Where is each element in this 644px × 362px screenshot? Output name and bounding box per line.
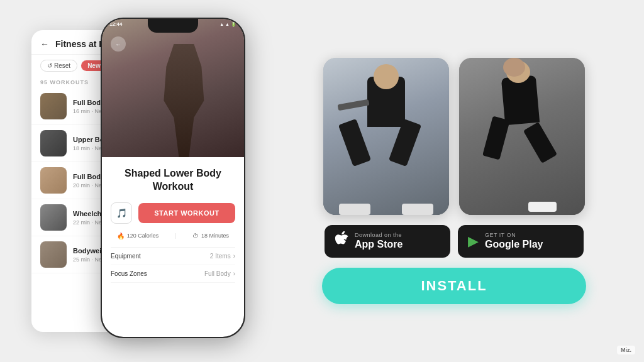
google-play-button[interactable]: ▶ GET IT ON Google Play: [458, 225, 584, 258]
clock-icon: ⏱: [192, 233, 199, 239]
phone-screen: 12:44 ▲ ▲ 🔋 ← Shaped Lower Body Workout …: [102, 19, 244, 337]
workout-thumb: [40, 204, 67, 231]
workout-stats: 🔥 120 Calories | ⏱ 18 Minutes: [111, 233, 235, 239]
reset-icon: ↺: [47, 62, 52, 69]
main-container: ← Fitness at Home ↺ Reset Newbie M 95 WO…: [0, 0, 644, 362]
install-button[interactable]: INSTALL: [322, 268, 586, 304]
time-stat: ⏱ 18 Minutes: [192, 233, 229, 239]
back-button[interactable]: ←: [111, 36, 126, 52]
status-icons: ▲ ▲ 🔋: [219, 21, 236, 27]
fitness-photo-1: [323, 58, 449, 215]
workout-thumb: [40, 167, 67, 194]
workout-thumb: [40, 241, 67, 268]
google-play-text: GET IT ON Google Play: [485, 232, 543, 250]
reset-filter[interactable]: ↺ Reset: [40, 60, 77, 72]
phone-section: ← Fitness at Home ↺ Reset Newbie M 95 WO…: [31, 11, 270, 351]
focus-zones-row[interactable]: Focus Zones Full Body ›: [111, 265, 235, 283]
music-button[interactable]: 🎵: [111, 202, 132, 224]
minutes-value: 18 Minutes: [201, 233, 229, 239]
equipment-label: Equipment: [111, 253, 141, 260]
equipment-row[interactable]: Equipment 2 Items ›: [111, 248, 235, 265]
reset-label: Reset: [54, 62, 70, 69]
right-section: Download on the App Store ▶ GET IT ON Go…: [296, 58, 613, 304]
phone-mockup: 12:44 ▲ ▲ 🔋 ← Shaped Lower Body Workout …: [101, 18, 245, 338]
app-store-subtitle: Download on the: [355, 232, 402, 238]
google-play-subtitle: GET IT ON: [485, 232, 543, 238]
start-workout-button[interactable]: START WORKOUT: [138, 203, 235, 223]
apple-icon: [335, 231, 348, 251]
app-store-name: App Store: [355, 238, 402, 250]
fire-icon: 🔥: [117, 233, 125, 239]
calories-value: 120 Calories: [127, 233, 159, 239]
phone-detail-panel: Shaped Lower Body Workout 🎵 START WORKOU…: [102, 157, 244, 289]
phone-status-bar: 12:44 ▲ ▲ 🔋: [102, 21, 244, 27]
store-buttons: Download on the App Store ▶ GET IT ON Go…: [325, 225, 584, 258]
equipment-value: 2 Items ›: [210, 253, 235, 260]
focus-value: Full Body ›: [204, 270, 235, 277]
photos-row: [323, 58, 585, 215]
workout-detail-title: Shaped Lower Body Workout: [111, 167, 235, 194]
workout-details: Equipment 2 Items › Focus Zones Full Bod…: [111, 247, 235, 283]
back-arrow-icon[interactable]: ←: [40, 39, 49, 49]
workout-thumb: [40, 93, 67, 119]
focus-label: Focus Zones: [111, 270, 147, 277]
google-play-name: Google Play: [485, 238, 543, 250]
workout-controls: 🎵 START WORKOUT: [111, 202, 235, 224]
workout-thumb: [40, 130, 67, 156]
app-store-text: Download on the App Store: [355, 232, 402, 250]
fitness-photo-2: [459, 58, 585, 215]
workout-hero-image: ←: [102, 19, 244, 157]
app-store-button[interactable]: Download on the App Store: [325, 225, 450, 258]
calories-stat: 🔥 120 Calories: [117, 233, 159, 239]
status-time: 12:44: [109, 21, 122, 27]
watermark: Miz.: [617, 346, 635, 354]
google-play-icon: ▶: [468, 233, 479, 250]
